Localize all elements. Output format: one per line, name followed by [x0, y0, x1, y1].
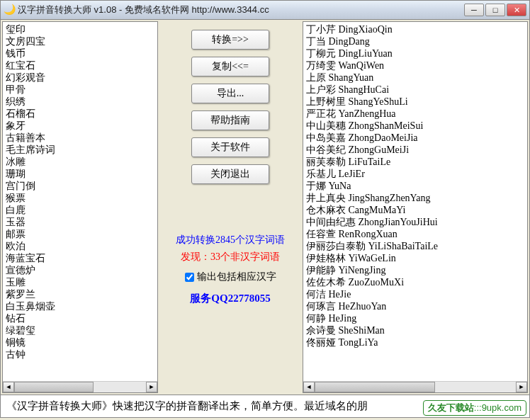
output-line: 中山美穗 ZhongShanMeiSui [306, 120, 524, 132]
status-area: 成功转换2845个汉字词语 发现：33个非汉字词语 输出包括相应汉字 服务QQ2… [162, 234, 298, 305]
output-line: 仓木麻衣 CangMuMaYi [306, 204, 524, 216]
input-line: 文房四宝 [6, 35, 154, 47]
output-line: 佘诗曼 SheShiMan [306, 324, 524, 336]
input-line: 宫门倒 [6, 180, 154, 192]
scroll-left-arrow[interactable]: ◄ [303, 382, 315, 392]
output-line: 丁小芹 DingXiaoQin [306, 23, 524, 35]
output-line: 上原 ShangYuan [306, 72, 524, 84]
input-line: 欧泊 [6, 240, 154, 252]
output-line: 万绮雯 WanQiWen [306, 59, 524, 72]
copy-button[interactable]: 复制<<= [191, 57, 269, 76]
export-button[interactable]: 导出... [191, 84, 269, 103]
output-include-checkbox[interactable] [185, 273, 194, 282]
watermark-url: 9upk.com [482, 402, 521, 413]
input-text-panel[interactable]: 玺印文房四宝钱币红宝石幻彩观音甲骨织绣石榴石象牙古籍善本毛主席诗词冰雕珊瑚宫门倒… [2, 21, 158, 393]
scroll-track[interactable] [315, 382, 516, 392]
window-title: 汉字拼音转换大师 v1.08 - 免费域名软件网 http://www.3344… [18, 4, 464, 16]
input-line: 猴票 [6, 192, 154, 204]
output-line: 上野树里 ShangYeShuLi [306, 96, 524, 108]
convert-button[interactable]: 转换=>> [191, 30, 269, 50]
right-scrollbar[interactable]: ◄ ► [303, 381, 527, 392]
help-button[interactable]: 帮助指南 [191, 110, 269, 130]
output-line: 中岛美嘉 ZhongDaoMeiJia [306, 132, 524, 144]
output-line: 任容萱 RenRongXuan [306, 228, 524, 240]
output-line: 丁柳元 DingLiuYuan [306, 47, 524, 59]
output-line: 伊娃格林 YiWaGeLin [306, 252, 524, 264]
main-area: 玺印文房四宝钱币红宝石幻彩观音甲骨织绣石榴石象牙古籍善本毛主席诗词冰雕珊瑚宫门倒… [0, 20, 530, 395]
scroll-left-arrow[interactable]: ◄ [3, 382, 14, 392]
left-scrollbar[interactable]: ◄ ► [3, 381, 157, 392]
input-line: 紫罗兰 [6, 288, 154, 300]
output-line: 何静 HeJing [306, 312, 524, 324]
input-line: 甲骨 [6, 84, 154, 96]
output-line: 何琢言 HeZhuoYan [306, 300, 524, 312]
input-line: 绿碧玺 [6, 324, 154, 336]
output-line: 丽芙泰勒 LiFuTaiLe [306, 156, 524, 168]
center-controls: 转换=>> 复制<<= 导出... 帮助指南 关于软件 关闭退出 成功转换284… [159, 20, 301, 395]
input-line: 幻彩观音 [6, 72, 154, 84]
input-line: 古籍善本 [6, 132, 154, 144]
input-line: 邮票 [6, 228, 154, 240]
output-line: 丁当 DingDang [306, 35, 524, 47]
output-line: 上户彩 ShangHuCai [306, 84, 524, 96]
close-button[interactable]: ✕ [507, 4, 526, 16]
input-line: 石榴石 [6, 108, 154, 120]
output-line: 严正花 YanZhengHua [306, 108, 524, 120]
input-line: 白鹿 [6, 204, 154, 216]
scroll-right-arrow[interactable]: ► [516, 382, 527, 392]
footer-text: 《汉字拼音转换大师》快速把汉字的拼音翻译出来，简单方便。最近域名的朋 [6, 399, 368, 413]
status-found: 发现：33个非汉字词语 [162, 251, 298, 263]
about-button[interactable]: 关于软件 [191, 137, 269, 157]
maximize-button[interactable]: □ [485, 4, 505, 16]
input-line: 白玉鼻烟壶 [6, 300, 154, 312]
input-line: 玺印 [6, 23, 154, 35]
output-line: 佟丽娅 TongLiYa [306, 336, 524, 348]
output-line: 伊能静 YiNengJing [306, 264, 524, 276]
window-controls: ─ □ ✕ [464, 4, 526, 16]
input-line: 钱币 [6, 47, 154, 59]
input-line: 红宝石 [6, 59, 154, 72]
status-success: 成功转换2845个汉字词语 [162, 234, 298, 246]
input-line: 宣德炉 [6, 264, 154, 276]
output-line: 中间由纪惠 ZhongJianYouJiHui [306, 216, 524, 228]
watermark-dots: ::: [474, 402, 482, 413]
scroll-track[interactable] [14, 382, 146, 392]
input-line: 钻石 [6, 312, 154, 324]
input-line: 玉器 [6, 216, 154, 228]
input-line: 海蓝宝石 [6, 252, 154, 264]
input-line: 织绣 [6, 96, 154, 108]
output-text-content[interactable]: 丁小芹 DingXiaoQin丁当 DingDang丁柳元 DingLiuYua… [303, 22, 527, 381]
output-line: 乐基儿 LeJiEr [306, 168, 524, 180]
checkbox-label: 输出包括相应汉字 [197, 271, 276, 283]
input-line: 铜镜 [6, 336, 154, 348]
output-line: 于娜 YuNa [306, 180, 524, 192]
watermark-badge: 久友下载站:::9upk.com [423, 400, 526, 416]
input-line: 古钟 [6, 348, 154, 361]
output-checkbox-row: 输出包括相应汉字 [162, 271, 298, 283]
title-bar: 🌙 汉字拼音转换大师 v1.08 - 免费域名软件网 http://www.33… [0, 0, 530, 20]
scroll-thumb[interactable] [315, 382, 435, 392]
input-text-content[interactable]: 玺印文房四宝钱币红宝石幻彩观音甲骨织绣石榴石象牙古籍善本毛主席诗词冰雕珊瑚宫门倒… [3, 22, 157, 381]
exit-button[interactable]: 关闭退出 [191, 164, 269, 184]
app-icon: 🌙 [4, 4, 15, 16]
input-line: 冰雕 [6, 156, 154, 168]
input-line: 毛主席诗词 [6, 144, 154, 156]
input-line: 象牙 [6, 120, 154, 132]
output-line: 何洁 HeJie [306, 288, 524, 300]
minimize-button[interactable]: ─ [464, 4, 484, 16]
output-line: 中谷美纪 ZhongGuMeiJi [306, 144, 524, 156]
output-line: 井上真央 JingShangZhenYang [306, 192, 524, 204]
output-text-panel[interactable]: 丁小芹 DingXiaoQin丁当 DingDang丁柳元 DingLiuYua… [303, 21, 528, 393]
footer-bar: 《汉字拼音转换大师》快速把汉字的拼音翻译出来，简单方便。最近域名的朋 久友下载站… [0, 395, 530, 418]
watermark-site: 久友下载站 [428, 402, 474, 413]
input-line: 玉雕 [6, 276, 154, 288]
output-line: 佐佐木希 ZuoZuoMuXi [306, 276, 524, 288]
scroll-thumb[interactable] [14, 382, 94, 392]
service-qq: 服务QQ22778055 [162, 292, 298, 305]
scroll-right-arrow[interactable]: ► [146, 382, 157, 392]
output-line: 伊丽莎白泰勒 YiLiShaBaiTaiLe [306, 240, 524, 252]
input-line: 珊瑚 [6, 168, 154, 180]
